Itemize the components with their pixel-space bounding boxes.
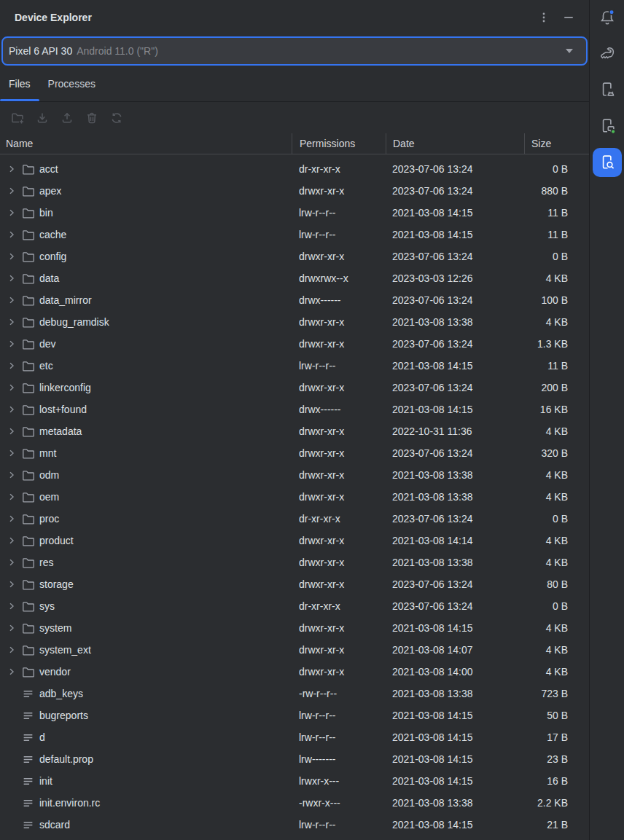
- date-cell: 2023-07-06 13:24: [386, 251, 524, 262]
- notifications-button[interactable]: [594, 4, 620, 31]
- table-row[interactable]: bugreports lrw-r--r-- 2021-03-08 14:15 5…: [0, 704, 589, 726]
- name-cell: lost+found: [0, 404, 292, 416]
- expand-chevron-icon[interactable]: [7, 274, 16, 283]
- size-cell: 2.2 KB: [524, 797, 589, 809]
- row-label: linkerconfig: [39, 382, 91, 393]
- sync-button[interactable]: [109, 111, 124, 125]
- download-button[interactable]: [35, 111, 50, 125]
- expand-chevron-icon[interactable]: [7, 339, 16, 348]
- device-selector-dropdown[interactable]: Pixel 6 API 30 Android 11.0 ("R"): [1, 36, 588, 66]
- expand-chevron-icon[interactable]: [7, 208, 16, 217]
- table-row[interactable]: data_mirror drwx------ 2023-07-06 13:24 …: [0, 289, 589, 311]
- table-row[interactable]: vendor drwxr-xr-x 2021-03-08 14:00 4 KB: [0, 661, 589, 683]
- row-label: bugreports: [39, 710, 88, 721]
- table-row[interactable]: proc dr-xr-xr-x 2023-07-06 13:24 0 B: [0, 508, 589, 530]
- running-devices-button[interactable]: [594, 113, 620, 139]
- table-row[interactable]: init lrwxr-x--- 2021-03-08 14:15 16 B: [0, 770, 589, 792]
- kebab-menu-icon: [538, 12, 550, 23]
- expand-chevron-icon[interactable]: [7, 645, 16, 654]
- table-row[interactable]: data drwxrwx--x 2023-03-03 12:26 4 KB: [0, 267, 589, 289]
- table-row[interactable]: adb_keys -rw-r--r-- 2021-03-08 13:38 723…: [0, 683, 589, 704]
- expand-chevron-icon[interactable]: [7, 252, 16, 261]
- table-row[interactable]: default.prop lrw------- 2021-03-08 14:15…: [0, 748, 589, 770]
- magnifier-glyph: [607, 162, 612, 168]
- hide-panel-button[interactable]: [560, 9, 577, 26]
- date-cell: 2023-07-06 13:24: [386, 185, 524, 197]
- device-explorer-button[interactable]: [593, 148, 622, 177]
- tab-files[interactable]: Files: [0, 66, 39, 101]
- expand-chevron-icon[interactable]: [7, 296, 16, 305]
- column-header-size[interactable]: Size: [524, 133, 589, 154]
- table-row[interactable]: product drwxr-xr-x 2021-03-08 14:14 4 KB: [0, 530, 589, 552]
- upload-button[interactable]: [60, 111, 74, 125]
- size-cell: 4 KB: [524, 469, 589, 481]
- expand-chevron-icon[interactable]: [7, 318, 16, 326]
- expand-chevron-icon[interactable]: [7, 383, 16, 392]
- column-header-permissions[interactable]: Permissions: [292, 133, 386, 154]
- running-status-dot: [611, 130, 615, 134]
- name-cell: debug_ramdisk: [0, 316, 292, 329]
- table-row[interactable]: sdcard lrw-r--r-- 2021-03-08 14:15 21 B: [0, 814, 589, 836]
- android-head-glyph: [608, 93, 613, 95]
- table-row[interactable]: linkerconfig drwxr-xr-x 2023-07-06 13:24…: [0, 377, 589, 399]
- table-row[interactable]: d lrw-r--r-- 2021-03-08 14:15 17 B: [0, 726, 589, 748]
- expand-chevron-icon[interactable]: [7, 514, 16, 523]
- expand-chevron-icon[interactable]: [7, 165, 16, 173]
- more-options-button[interactable]: [535, 9, 553, 26]
- size-cell: 4 KB: [524, 425, 589, 437]
- table-row[interactable]: config drwxr-xr-x 2023-07-06 13:24 0 B: [0, 246, 589, 267]
- table-row[interactable]: res drwxr-xr-x 2021-03-08 13:38 4 KB: [0, 552, 589, 573]
- expand-chevron-icon[interactable]: [7, 667, 16, 676]
- table-row[interactable]: etc lrw-r--r-- 2021-03-08 14:15 11 B: [0, 355, 589, 377]
- expand-chevron-icon[interactable]: [7, 405, 16, 414]
- name-cell: adb_keys: [0, 688, 292, 700]
- table-row[interactable]: cache lrw-r--r-- 2021-03-08 14:15 11 B: [0, 224, 589, 246]
- table-row[interactable]: storage drwxr-xr-x 2023-07-06 13:24 80 B: [0, 573, 589, 595]
- expand-chevron-icon[interactable]: [7, 492, 16, 501]
- folder-icon: [22, 447, 34, 460]
- table-row[interactable]: metadata drwxr-xr-x 2022-10-31 11:36 4 K…: [0, 420, 589, 442]
- expand-chevron-icon[interactable]: [7, 624, 16, 632]
- expand-chevron-icon[interactable]: [7, 558, 16, 567]
- folder-icon: [22, 338, 34, 350]
- gradle-button[interactable]: [594, 40, 620, 66]
- size-cell: 16 KB: [524, 404, 589, 415]
- folder-icon: [22, 382, 34, 394]
- new-folder-button[interactable]: [10, 111, 25, 125]
- column-header-date[interactable]: Date: [386, 133, 524, 154]
- tab-bar: Files Processes: [0, 66, 589, 102]
- table-row[interactable]: debug_ramdisk drwxr-xr-x 2021-03-08 13:3…: [0, 311, 589, 333]
- table-row[interactable]: odm drwxr-xr-x 2021-03-08 13:38 4 KB: [0, 464, 589, 486]
- table-row[interactable]: mnt drwxr-xr-x 2023-07-06 13:24 320 B: [0, 442, 589, 464]
- device-manager-button[interactable]: [594, 76, 620, 103]
- expand-chevron-icon[interactable]: [7, 361, 16, 370]
- table-row[interactable]: oem drwxr-xr-x 2021-03-08 13:38 4 KB: [0, 486, 589, 508]
- date-cell: 2021-03-08 14:15: [386, 710, 524, 721]
- tab-processes[interactable]: Processes: [39, 66, 104, 101]
- name-cell: data_mirror: [0, 294, 292, 307]
- delete-button[interactable]: [85, 111, 99, 125]
- column-header-name[interactable]: Name: [0, 133, 292, 154]
- table-row[interactable]: system_ext drwxr-xr-x 2021-03-08 14:07 4…: [0, 639, 589, 661]
- table-row[interactable]: acct dr-xr-xr-x 2023-07-06 13:24 0 B: [0, 158, 589, 180]
- expand-chevron-icon[interactable]: [7, 536, 16, 545]
- table-row[interactable]: system drwxr-xr-x 2021-03-08 14:15 4 KB: [0, 617, 589, 639]
- expand-chevron-icon[interactable]: [7, 230, 16, 239]
- bell-icon: [598, 8, 617, 27]
- expand-chevron-icon[interactable]: [7, 187, 16, 195]
- expand-chevron-icon[interactable]: [7, 580, 16, 589]
- expand-chevron-icon[interactable]: [7, 471, 16, 479]
- expand-chevron-icon[interactable]: [7, 427, 16, 436]
- table-row[interactable]: sys dr-xr-xr-x 2023-07-06 13:24 0 B: [0, 595, 589, 617]
- table-row[interactable]: init.environ.rc -rwxr-x--- 2021-03-08 13…: [0, 792, 589, 814]
- table-row[interactable]: lost+found drwx------ 2021-03-08 14:15 1…: [0, 399, 589, 420]
- expand-chevron-icon[interactable]: [7, 449, 16, 458]
- table-row[interactable]: dev drwxr-xr-x 2023-07-06 13:24 1.3 KB: [0, 333, 589, 355]
- folder-icon: [22, 557, 34, 569]
- table-row[interactable]: apex drwxr-xr-x 2023-07-06 13:24 880 B: [0, 180, 589, 202]
- name-cell: default.prop: [0, 753, 292, 766]
- name-cell: dev: [0, 338, 292, 350]
- table-row[interactable]: bin lrw-r--r-- 2021-03-08 14:15 11 B: [0, 202, 589, 224]
- row-label: config: [39, 251, 66, 262]
- expand-chevron-icon[interactable]: [7, 602, 16, 611]
